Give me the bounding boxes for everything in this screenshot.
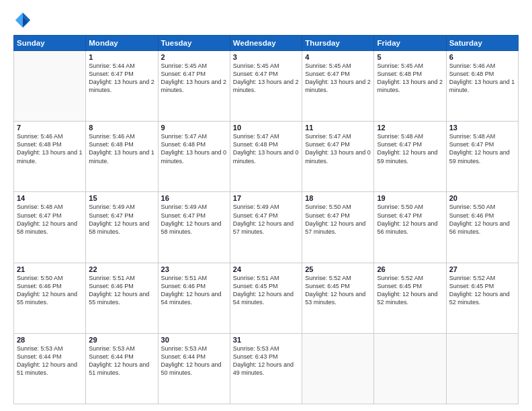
calendar-cell: 5Sunrise: 5:45 AMSunset: 6:48 PMDaylight… <box>374 51 446 122</box>
day-number: 29 <box>89 336 154 344</box>
calendar-cell <box>374 333 446 404</box>
day-info: Sunrise: 5:52 AMSunset: 6:45 PMDaylight:… <box>305 274 371 307</box>
calendar-table: SundayMondayTuesdayWednesdayThursdayFrid… <box>13 35 519 404</box>
day-info: Sunrise: 5:52 AMSunset: 6:45 PMDaylight:… <box>449 274 515 307</box>
day-header-monday: Monday <box>86 36 158 51</box>
calendar-cell: 1Sunrise: 5:44 AMSunset: 6:47 PMDaylight… <box>86 51 158 122</box>
day-info: Sunrise: 5:45 AMSunset: 6:47 PMDaylight:… <box>305 62 371 95</box>
day-number: 18 <box>305 194 371 202</box>
calendar-cell: 17Sunrise: 5:49 AMSunset: 6:47 PMDayligh… <box>230 192 302 263</box>
day-number: 5 <box>377 53 443 61</box>
day-info: Sunrise: 5:50 AMSunset: 6:46 PMDaylight:… <box>449 203 515 236</box>
day-number: 1 <box>89 53 154 61</box>
day-info: Sunrise: 5:46 AMSunset: 6:48 PMDaylight:… <box>17 132 83 165</box>
day-info: Sunrise: 5:51 AMSunset: 6:45 PMDaylight:… <box>233 274 299 307</box>
calendar-cell: 16Sunrise: 5:49 AMSunset: 6:47 PMDayligh… <box>158 192 230 263</box>
calendar-cell <box>14 51 86 122</box>
day-number: 16 <box>161 194 227 202</box>
calendar-cell: 8Sunrise: 5:46 AMSunset: 6:48 PMDaylight… <box>86 122 158 192</box>
calendar-cell: 10Sunrise: 5:47 AMSunset: 6:48 PMDayligh… <box>230 122 302 192</box>
calendar-cell: 27Sunrise: 5:52 AMSunset: 6:45 PMDayligh… <box>446 263 518 333</box>
day-info: Sunrise: 5:50 AMSunset: 6:47 PMDaylight:… <box>377 203 443 236</box>
day-number: 31 <box>233 336 299 344</box>
day-header-saturday: Saturday <box>446 36 518 51</box>
day-info: Sunrise: 5:53 AMSunset: 6:44 PMDaylight:… <box>161 345 227 377</box>
logo-icon <box>13 11 32 30</box>
day-number: 9 <box>161 124 227 132</box>
calendar-cell: 9Sunrise: 5:47 AMSunset: 6:48 PMDaylight… <box>158 122 230 192</box>
calendar-cell: 31Sunrise: 5:53 AMSunset: 6:43 PMDayligh… <box>230 333 302 404</box>
calendar-cell: 7Sunrise: 5:46 AMSunset: 6:48 PMDaylight… <box>14 122 86 192</box>
day-info: Sunrise: 5:50 AMSunset: 6:47 PMDaylight:… <box>305 203 371 236</box>
calendar-cell: 11Sunrise: 5:47 AMSunset: 6:47 PMDayligh… <box>302 122 374 192</box>
day-number: 8 <box>89 124 154 132</box>
calendar-cell: 28Sunrise: 5:53 AMSunset: 6:44 PMDayligh… <box>14 333 86 404</box>
day-info: Sunrise: 5:47 AMSunset: 6:47 PMDaylight:… <box>305 132 371 165</box>
day-info: Sunrise: 5:53 AMSunset: 6:43 PMDaylight:… <box>233 345 299 377</box>
calendar-cell: 21Sunrise: 5:50 AMSunset: 6:46 PMDayligh… <box>14 263 86 333</box>
calendar-cell: 15Sunrise: 5:49 AMSunset: 6:47 PMDayligh… <box>86 192 158 263</box>
week-row-4: 21Sunrise: 5:50 AMSunset: 6:46 PMDayligh… <box>14 263 519 333</box>
day-info: Sunrise: 5:53 AMSunset: 6:44 PMDaylight:… <box>89 345 154 377</box>
day-number: 10 <box>233 124 299 132</box>
calendar-cell: 25Sunrise: 5:52 AMSunset: 6:45 PMDayligh… <box>302 263 374 333</box>
page: SundayMondayTuesdayWednesdayThursdayFrid… <box>0 0 532 411</box>
day-info: Sunrise: 5:49 AMSunset: 6:47 PMDaylight:… <box>161 203 227 236</box>
day-info: Sunrise: 5:45 AMSunset: 6:48 PMDaylight:… <box>377 62 443 95</box>
day-number: 2 <box>161 53 227 61</box>
day-number: 25 <box>305 265 371 273</box>
day-info: Sunrise: 5:46 AMSunset: 6:48 PMDaylight:… <box>449 62 515 95</box>
day-info: Sunrise: 5:50 AMSunset: 6:46 PMDaylight:… <box>17 274 83 307</box>
day-number: 19 <box>377 194 443 202</box>
calendar-cell: 13Sunrise: 5:48 AMSunset: 6:47 PMDayligh… <box>446 122 518 192</box>
day-number: 12 <box>377 124 443 132</box>
day-number: 15 <box>89 194 154 202</box>
calendar-cell: 19Sunrise: 5:50 AMSunset: 6:47 PMDayligh… <box>374 192 446 263</box>
day-number: 24 <box>233 265 299 273</box>
day-number: 17 <box>233 194 299 202</box>
day-info: Sunrise: 5:45 AMSunset: 6:47 PMDaylight:… <box>233 62 299 95</box>
calendar-cell: 3Sunrise: 5:45 AMSunset: 6:47 PMDaylight… <box>230 51 302 122</box>
calendar-cell: 20Sunrise: 5:50 AMSunset: 6:46 PMDayligh… <box>446 192 518 263</box>
header <box>13 11 519 30</box>
calendar-header-row: SundayMondayTuesdayWednesdayThursdayFrid… <box>14 36 519 51</box>
day-number: 23 <box>161 265 227 273</box>
calendar-cell <box>446 333 518 404</box>
day-header-sunday: Sunday <box>14 36 86 51</box>
day-info: Sunrise: 5:52 AMSunset: 6:45 PMDaylight:… <box>377 274 443 307</box>
week-row-5: 28Sunrise: 5:53 AMSunset: 6:44 PMDayligh… <box>14 333 519 404</box>
week-row-1: 1Sunrise: 5:44 AMSunset: 6:47 PMDaylight… <box>14 51 519 122</box>
calendar-cell: 24Sunrise: 5:51 AMSunset: 6:45 PMDayligh… <box>230 263 302 333</box>
calendar-cell: 29Sunrise: 5:53 AMSunset: 6:44 PMDayligh… <box>86 333 158 404</box>
day-number: 30 <box>161 336 227 344</box>
day-info: Sunrise: 5:51 AMSunset: 6:46 PMDaylight:… <box>161 274 227 307</box>
day-info: Sunrise: 5:47 AMSunset: 6:48 PMDaylight:… <box>233 132 299 165</box>
calendar-cell: 6Sunrise: 5:46 AMSunset: 6:48 PMDaylight… <box>446 51 518 122</box>
week-row-2: 7Sunrise: 5:46 AMSunset: 6:48 PMDaylight… <box>14 122 519 192</box>
day-header-friday: Friday <box>374 36 446 51</box>
calendar-cell: 30Sunrise: 5:53 AMSunset: 6:44 PMDayligh… <box>158 333 230 404</box>
day-number: 11 <box>305 124 371 132</box>
day-info: Sunrise: 5:45 AMSunset: 6:47 PMDaylight:… <box>161 62 227 95</box>
calendar-cell: 4Sunrise: 5:45 AMSunset: 6:47 PMDaylight… <box>302 51 374 122</box>
day-info: Sunrise: 5:51 AMSunset: 6:46 PMDaylight:… <box>89 274 154 307</box>
day-number: 21 <box>17 265 83 273</box>
calendar-cell: 14Sunrise: 5:48 AMSunset: 6:47 PMDayligh… <box>14 192 86 263</box>
day-header-thursday: Thursday <box>302 36 374 51</box>
day-number: 27 <box>449 265 515 273</box>
calendar-cell <box>302 333 374 404</box>
calendar-cell: 2Sunrise: 5:45 AMSunset: 6:47 PMDaylight… <box>158 51 230 122</box>
day-header-wednesday: Wednesday <box>230 36 302 51</box>
day-info: Sunrise: 5:49 AMSunset: 6:47 PMDaylight:… <box>89 203 154 236</box>
day-info: Sunrise: 5:49 AMSunset: 6:47 PMDaylight:… <box>233 203 299 236</box>
day-number: 4 <box>305 53 371 61</box>
week-row-3: 14Sunrise: 5:48 AMSunset: 6:47 PMDayligh… <box>14 192 519 263</box>
day-info: Sunrise: 5:46 AMSunset: 6:48 PMDaylight:… <box>89 132 154 165</box>
day-number: 28 <box>17 336 83 344</box>
calendar-cell: 22Sunrise: 5:51 AMSunset: 6:46 PMDayligh… <box>86 263 158 333</box>
day-number: 6 <box>449 53 515 61</box>
calendar-cell: 23Sunrise: 5:51 AMSunset: 6:46 PMDayligh… <box>158 263 230 333</box>
day-number: 26 <box>377 265 443 273</box>
day-number: 22 <box>89 265 154 273</box>
calendar-cell: 12Sunrise: 5:48 AMSunset: 6:47 PMDayligh… <box>374 122 446 192</box>
